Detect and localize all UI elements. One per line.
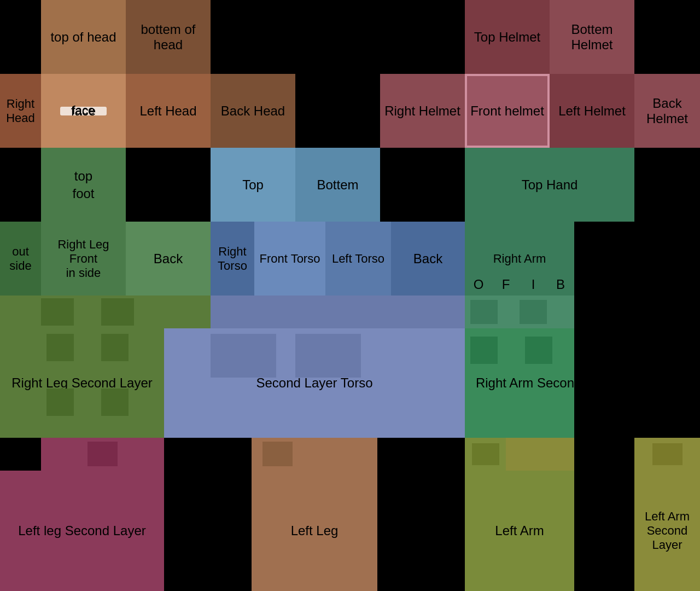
r7c1-black: [0, 438, 41, 471]
front-rl-text: Front: [69, 252, 97, 266]
top2-cell: Top: [211, 148, 295, 222]
r7-black3: [377, 438, 465, 471]
back-head-text: Back Head: [221, 103, 285, 119]
r7-brown: [252, 438, 377, 471]
small-sq-arm2: [520, 300, 547, 324]
right-torso-text: Right Torso: [211, 245, 254, 273]
back-rl-text: Back: [154, 251, 183, 266]
left-head-text: Left Head: [139, 103, 196, 119]
o-text: O: [474, 277, 484, 292]
ra-sl-sq1: [470, 337, 498, 364]
left-leg-sl-text: Left leg Second Layer: [18, 523, 146, 538]
left-torso-cell: Left Torso: [325, 222, 391, 296]
right-leg-sl-text: Right Leg Second Layer: [11, 375, 153, 391]
rl-sl-sq1: [46, 334, 74, 361]
left-leg-text: Left Leg: [291, 523, 339, 538]
right-leg-sl-cell: Right Leg Second Layer: [0, 328, 164, 438]
r5-black2: [634, 296, 700, 328]
right-leg-text: Right Leg: [57, 237, 109, 252]
r6-black1: [574, 328, 634, 438]
top-helmet-text: Top Helmet: [474, 30, 540, 45]
right-helmet-text: Right Helmet: [384, 103, 460, 119]
right-torso-cell: Right Torso: [211, 222, 254, 296]
top-of-head-text: top of head: [50, 30, 116, 45]
back-helmet-text: Back Helmet: [634, 96, 700, 126]
r3c1-black: [0, 148, 41, 222]
front-torso-text: Front Torso: [260, 252, 320, 266]
outside-cell: out side: [0, 222, 41, 296]
bottem-of-head-cell: bottem of head: [126, 0, 211, 74]
second-layer-torso-text: Second Layer Torso: [256, 375, 372, 391]
rl-sl-sq2: [101, 334, 129, 361]
i-text: I: [532, 277, 535, 292]
left-torso-text: Left Torso: [332, 252, 384, 266]
back-torso-cell: Back: [391, 222, 465, 296]
top-of-head-cell: top of head: [41, 0, 126, 74]
r7-olive2: [506, 438, 574, 471]
bottem2-text: Bottem: [317, 177, 358, 193]
top-hand-cell: Top Hand: [465, 148, 634, 222]
back-rl-cell: Back: [126, 222, 211, 296]
r7-olive1: [465, 438, 506, 471]
left-arm-text: Left Arm: [495, 523, 544, 538]
left-head-cell: Left Head: [126, 74, 211, 148]
r8-black3: [574, 471, 634, 591]
r7-pink: [41, 438, 164, 471]
r5-blue-strip: [211, 296, 465, 328]
face-text: face: [71, 103, 96, 119]
small-sq-arm1: [470, 300, 498, 324]
left-leg-cell: Left Leg: [252, 471, 377, 591]
back-helmet-cell: Back Helmet: [634, 74, 700, 148]
rl-sl-sq4: [101, 389, 129, 416]
r1c9-black: [634, 0, 700, 74]
olive-sq1: [472, 443, 499, 465]
top2-text: Top: [242, 177, 264, 193]
front-torso-cell: Front Torso: [254, 222, 325, 296]
r4c9-black: [574, 222, 634, 296]
small-sq-2: [101, 298, 134, 326]
left-helmet-text: Left Helmet: [558, 103, 626, 119]
top-helmet-cell: Top Helmet: [465, 0, 550, 74]
front-helmet-text: Front helmet: [470, 103, 544, 119]
r1-black-mid: [211, 0, 465, 74]
right-arm-text: Right Arm: [493, 252, 546, 266]
top-text: top: [74, 169, 92, 184]
left-arm-sl-cell: Left Arm Second Layer: [634, 471, 700, 591]
back-head-cell: Back Head: [211, 74, 295, 148]
r2c5-black: [295, 74, 380, 148]
torso-sl-inner1: [211, 334, 276, 378]
r7-black2: [164, 438, 252, 471]
b-cell: B: [547, 274, 574, 296]
pink-sq: [88, 442, 118, 466]
brown-sq: [262, 442, 293, 466]
r5-black1: [574, 296, 634, 328]
front-helmet-cell: Front helmet: [465, 74, 550, 148]
r7-olive-sl: [634, 438, 700, 471]
r1c1-black: [0, 0, 41, 74]
top-foot-cell: top foot: [41, 148, 126, 222]
back-torso-text: Back: [413, 251, 442, 266]
abs-layer: top of head bottem of head Top Helmet Bo…: [0, 0, 700, 591]
outside-text: out side: [0, 245, 41, 273]
left-arm-cell: Left Arm: [465, 471, 574, 591]
r3c9-black: [634, 148, 700, 222]
b-text: B: [556, 277, 565, 292]
f-cell: F: [492, 274, 520, 296]
right-head-cell: Right Head: [0, 74, 41, 148]
left-arm-sl-text: Left Arm Second Layer: [634, 509, 700, 552]
r8-black2: [377, 471, 465, 591]
f-text: F: [502, 277, 510, 292]
right-leg-cell: Right Leg Front in side: [41, 222, 126, 296]
ra-sl-sq2: [525, 337, 552, 364]
right-head-text: Right Head: [0, 97, 41, 125]
torso-sl-inner2: [295, 334, 361, 378]
rl-sl-sq3: [46, 389, 74, 416]
top-hand-text: Top Hand: [522, 177, 578, 193]
left-helmet-cell: Left Helmet: [550, 74, 634, 148]
left-leg-sl-cell: Left leg Second Layer: [0, 471, 164, 591]
face-cell: face: [41, 74, 126, 148]
r3c6-black: [380, 148, 465, 222]
o-cell: O: [465, 274, 492, 296]
r3c3-black: [126, 148, 211, 222]
small-sq-1: [41, 298, 74, 326]
